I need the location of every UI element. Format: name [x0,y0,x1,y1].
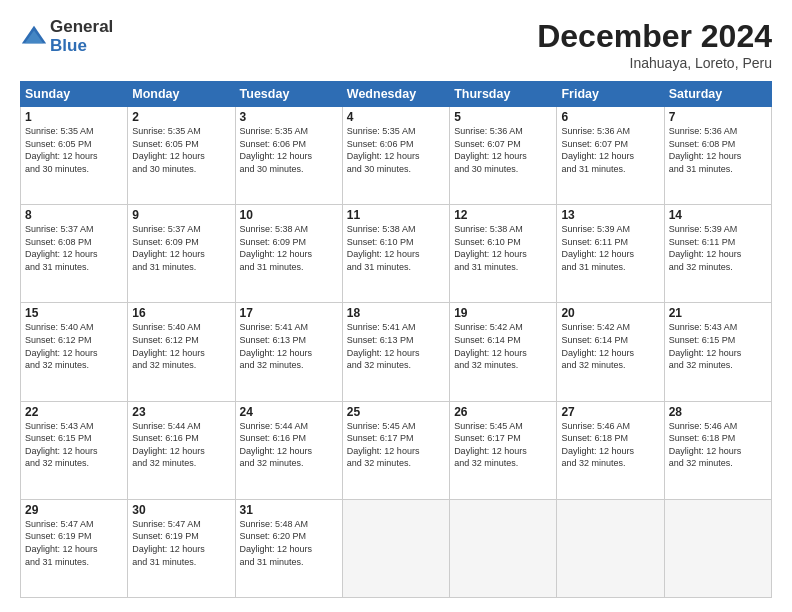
day-info: Sunrise: 5:39 AMSunset: 6:11 PMDaylight:… [561,223,659,273]
table-row: 3Sunrise: 5:35 AMSunset: 6:06 PMDaylight… [235,107,342,205]
table-row: 6Sunrise: 5:36 AMSunset: 6:07 PMDaylight… [557,107,664,205]
table-row: 18Sunrise: 5:41 AMSunset: 6:13 PMDayligh… [342,303,449,401]
table-row [450,499,557,597]
day-number: 6 [561,110,659,124]
table-row: 29Sunrise: 5:47 AMSunset: 6:19 PMDayligh… [21,499,128,597]
day-number: 12 [454,208,552,222]
table-row: 20Sunrise: 5:42 AMSunset: 6:14 PMDayligh… [557,303,664,401]
day-number: 3 [240,110,338,124]
day-info: Sunrise: 5:47 AMSunset: 6:19 PMDaylight:… [132,518,230,568]
calendar-week-1: 1Sunrise: 5:35 AMSunset: 6:05 PMDaylight… [21,107,772,205]
day-info: Sunrise: 5:35 AMSunset: 6:05 PMDaylight:… [25,125,123,175]
logo-text: General Blue [50,18,113,55]
day-number: 26 [454,405,552,419]
day-info: Sunrise: 5:43 AMSunset: 6:15 PMDaylight:… [669,321,767,371]
header: General Blue December 2024 Inahuaya, Lor… [20,18,772,71]
calendar-week-5: 29Sunrise: 5:47 AMSunset: 6:19 PMDayligh… [21,499,772,597]
day-number: 29 [25,503,123,517]
header-thursday: Thursday [450,82,557,107]
day-info: Sunrise: 5:40 AMSunset: 6:12 PMDaylight:… [25,321,123,371]
day-info: Sunrise: 5:46 AMSunset: 6:18 PMDaylight:… [669,420,767,470]
header-monday: Monday [128,82,235,107]
day-number: 17 [240,306,338,320]
table-row: 7Sunrise: 5:36 AMSunset: 6:08 PMDaylight… [664,107,771,205]
logo-icon [20,23,48,51]
header-wednesday: Wednesday [342,82,449,107]
day-number: 31 [240,503,338,517]
day-number: 19 [454,306,552,320]
day-info: Sunrise: 5:45 AMSunset: 6:17 PMDaylight:… [347,420,445,470]
day-number: 8 [25,208,123,222]
day-info: Sunrise: 5:38 AMSunset: 6:10 PMDaylight:… [454,223,552,273]
day-info: Sunrise: 5:39 AMSunset: 6:11 PMDaylight:… [669,223,767,273]
table-row: 13Sunrise: 5:39 AMSunset: 6:11 PMDayligh… [557,205,664,303]
table-row: 28Sunrise: 5:46 AMSunset: 6:18 PMDayligh… [664,401,771,499]
table-row: 21Sunrise: 5:43 AMSunset: 6:15 PMDayligh… [664,303,771,401]
day-number: 25 [347,405,445,419]
table-row [664,499,771,597]
header-friday: Friday [557,82,664,107]
day-info: Sunrise: 5:40 AMSunset: 6:12 PMDaylight:… [132,321,230,371]
day-number: 16 [132,306,230,320]
calendar-header-row: Sunday Monday Tuesday Wednesday Thursday… [21,82,772,107]
day-number: 23 [132,405,230,419]
day-info: Sunrise: 5:37 AMSunset: 6:09 PMDaylight:… [132,223,230,273]
logo: General Blue [20,18,113,55]
page: General Blue December 2024 Inahuaya, Lor… [0,0,792,612]
day-info: Sunrise: 5:44 AMSunset: 6:16 PMDaylight:… [240,420,338,470]
calendar-week-4: 22Sunrise: 5:43 AMSunset: 6:15 PMDayligh… [21,401,772,499]
table-row [557,499,664,597]
logo-general: General [50,18,113,37]
title-block: December 2024 Inahuaya, Loreto, Peru [537,18,772,71]
header-sunday: Sunday [21,82,128,107]
table-row: 31Sunrise: 5:48 AMSunset: 6:20 PMDayligh… [235,499,342,597]
day-info: Sunrise: 5:46 AMSunset: 6:18 PMDaylight:… [561,420,659,470]
table-row: 25Sunrise: 5:45 AMSunset: 6:17 PMDayligh… [342,401,449,499]
day-info: Sunrise: 5:36 AMSunset: 6:07 PMDaylight:… [561,125,659,175]
day-info: Sunrise: 5:35 AMSunset: 6:06 PMDaylight:… [347,125,445,175]
table-row: 1Sunrise: 5:35 AMSunset: 6:05 PMDaylight… [21,107,128,205]
table-row: 2Sunrise: 5:35 AMSunset: 6:05 PMDaylight… [128,107,235,205]
table-row: 10Sunrise: 5:38 AMSunset: 6:09 PMDayligh… [235,205,342,303]
table-row: 4Sunrise: 5:35 AMSunset: 6:06 PMDaylight… [342,107,449,205]
day-number: 5 [454,110,552,124]
day-number: 2 [132,110,230,124]
calendar-body: 1Sunrise: 5:35 AMSunset: 6:05 PMDaylight… [21,107,772,598]
table-row: 14Sunrise: 5:39 AMSunset: 6:11 PMDayligh… [664,205,771,303]
table-row: 12Sunrise: 5:38 AMSunset: 6:10 PMDayligh… [450,205,557,303]
day-number: 14 [669,208,767,222]
day-info: Sunrise: 5:36 AMSunset: 6:07 PMDaylight:… [454,125,552,175]
calendar-week-3: 15Sunrise: 5:40 AMSunset: 6:12 PMDayligh… [21,303,772,401]
day-number: 11 [347,208,445,222]
day-info: Sunrise: 5:44 AMSunset: 6:16 PMDaylight:… [132,420,230,470]
day-info: Sunrise: 5:41 AMSunset: 6:13 PMDaylight:… [240,321,338,371]
table-row: 19Sunrise: 5:42 AMSunset: 6:14 PMDayligh… [450,303,557,401]
logo-blue: Blue [50,37,113,56]
calendar-week-2: 8Sunrise: 5:37 AMSunset: 6:08 PMDaylight… [21,205,772,303]
day-number: 21 [669,306,767,320]
calendar-subtitle: Inahuaya, Loreto, Peru [537,55,772,71]
table-row: 15Sunrise: 5:40 AMSunset: 6:12 PMDayligh… [21,303,128,401]
header-tuesday: Tuesday [235,82,342,107]
table-row: 26Sunrise: 5:45 AMSunset: 6:17 PMDayligh… [450,401,557,499]
day-number: 22 [25,405,123,419]
day-number: 15 [25,306,123,320]
day-info: Sunrise: 5:38 AMSunset: 6:10 PMDaylight:… [347,223,445,273]
day-info: Sunrise: 5:43 AMSunset: 6:15 PMDaylight:… [25,420,123,470]
calendar-title: December 2024 [537,18,772,55]
day-number: 18 [347,306,445,320]
day-number: 13 [561,208,659,222]
table-row: 24Sunrise: 5:44 AMSunset: 6:16 PMDayligh… [235,401,342,499]
day-info: Sunrise: 5:42 AMSunset: 6:14 PMDaylight:… [454,321,552,371]
day-number: 1 [25,110,123,124]
day-number: 27 [561,405,659,419]
header-saturday: Saturday [664,82,771,107]
table-row: 23Sunrise: 5:44 AMSunset: 6:16 PMDayligh… [128,401,235,499]
day-number: 28 [669,405,767,419]
table-row: 22Sunrise: 5:43 AMSunset: 6:15 PMDayligh… [21,401,128,499]
table-row: 17Sunrise: 5:41 AMSunset: 6:13 PMDayligh… [235,303,342,401]
day-number: 9 [132,208,230,222]
table-row: 8Sunrise: 5:37 AMSunset: 6:08 PMDaylight… [21,205,128,303]
table-row: 9Sunrise: 5:37 AMSunset: 6:09 PMDaylight… [128,205,235,303]
day-info: Sunrise: 5:35 AMSunset: 6:06 PMDaylight:… [240,125,338,175]
